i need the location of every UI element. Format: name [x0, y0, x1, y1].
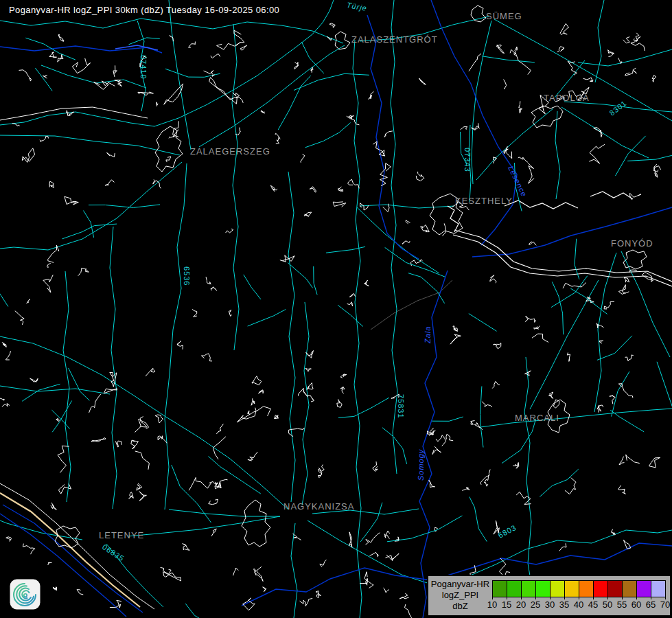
legend-cell	[579, 580, 594, 597]
legend-cell	[550, 580, 565, 597]
city-label: KESZTHELY	[455, 196, 513, 205]
spiral-logo-icon	[10, 579, 40, 610]
legend-tick-label: 60	[629, 599, 644, 610]
legend-cell	[622, 580, 637, 597]
map-title: Poganyvar-HR logZ_PPI 30km (dbZ) Tuesday…	[9, 5, 279, 15]
legend-tick-label: 65	[643, 599, 658, 610]
radar-map-viewport: Poganyvar-HR logZ_PPI 30km (dbZ) Tuesday…	[0, 0, 672, 618]
legend-cell	[507, 580, 522, 597]
road-number-label: 07343	[463, 148, 471, 172]
road-number-label: 6536	[183, 266, 190, 286]
legend-cell	[651, 580, 666, 597]
legend-unit-label: dbZ	[428, 601, 492, 611]
city-label: NAGYKANIZSA	[283, 502, 354, 511]
legend-tick-label: 35	[557, 599, 572, 610]
legend-cell	[492, 580, 507, 597]
city-label: TAPOLCA	[544, 93, 590, 102]
radar-provider-logo	[10, 579, 40, 610]
city-label: MARCALI	[515, 413, 559, 422]
city-label: ZALAEGERSZEG	[190, 147, 270, 156]
legend-tick-label: 20	[513, 599, 529, 610]
legend-cell	[636, 580, 651, 597]
legend-tick-label: 55	[614, 599, 629, 610]
legend-cell	[535, 580, 551, 597]
town-outlines	[0, 5, 647, 548]
legend-tick-label: 40	[571, 599, 586, 610]
city-label: SÜMEG	[486, 12, 522, 21]
legend-tick-label: 10	[485, 599, 500, 610]
legend-tick-label: 25	[528, 599, 543, 610]
legend-tick-label: 30	[542, 599, 557, 610]
water-label: Somogy	[417, 449, 425, 481]
legend-tick-label: 70	[658, 599, 672, 610]
city-label: ZALASZENTGRÓT	[351, 35, 438, 44]
road-number-label: 07410	[139, 55, 147, 80]
legend-cell	[593, 580, 608, 597]
legend-cell	[607, 580, 623, 597]
legend-cell	[521, 580, 536, 597]
legend-tick-label: 50	[600, 599, 615, 610]
legend-cell	[564, 580, 579, 597]
road-number-label: 75831	[397, 394, 404, 419]
city-label: LETENYE	[99, 531, 144, 540]
city-label: FONYÓD	[611, 239, 653, 248]
water-label: Zala	[424, 326, 432, 343]
legend-tick-label: 45	[586, 599, 601, 610]
county-border-line	[371, 280, 452, 330]
settlement-speckles	[0, 23, 672, 618]
legend-station-label: Poganyvar-HR	[428, 579, 492, 589]
legend-panel: Poganyvar-HR logZ_PPI dbZ 10152025303540…	[427, 575, 671, 617]
legend-product-label: logZ_PPI	[428, 590, 492, 600]
legend-tick-label: 15	[499, 599, 514, 610]
